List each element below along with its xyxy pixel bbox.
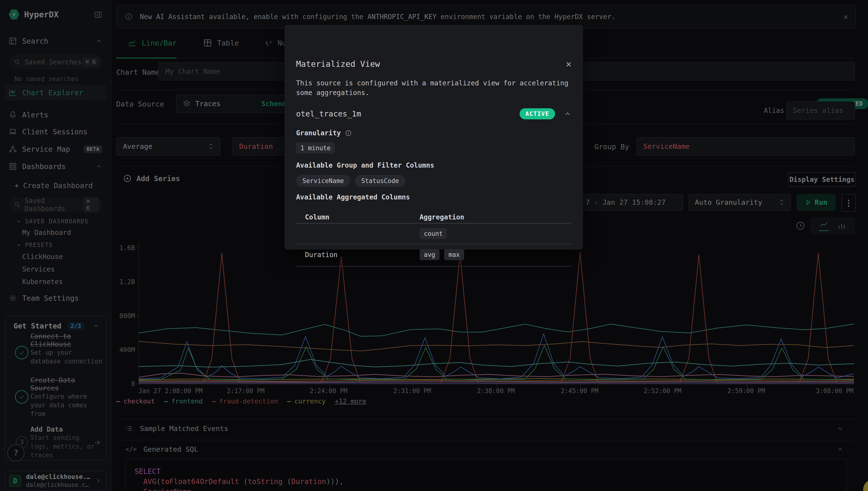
modal-description: This source is configured with a materia… (296, 78, 571, 98)
chevron-up-icon[interactable] (564, 110, 571, 118)
modal-title: Materialized View (296, 59, 571, 69)
materialized-view-modal: Materialized View ✕ This source is confi… (285, 25, 583, 250)
granularity-row: Granularity (296, 129, 571, 137)
aggregated-label: Available Aggregated Columns (296, 193, 571, 201)
table-row: count (296, 224, 571, 244)
aggregation-chip: count (420, 228, 447, 239)
active-badge: ACTIVE (519, 108, 555, 119)
aggregation-chip: avg (420, 249, 440, 260)
hyperdx-app: ⚡ HyperDX Search Saved Searches ⌘ K No s… (0, 0, 868, 491)
group-filter-chips: ServiceName StatusCode (296, 175, 571, 187)
aggregation-chip: max (444, 249, 464, 260)
table-row: Duration avg max (296, 244, 571, 265)
aggregated-table: Column Aggregation count Duration avg ma… (296, 211, 571, 265)
view-row[interactable]: otel_traces_1m ACTIVE (296, 108, 571, 119)
view-name: otel_traces_1m (296, 109, 361, 118)
column-chip: StatusCode (355, 175, 405, 187)
group-filter-label: Available Group and Filter Columns (296, 161, 571, 169)
table-header-aggregation: Aggregation (420, 213, 464, 221)
modal-bottom-divider (296, 266, 571, 266)
table-header-column: Column (305, 213, 329, 221)
info-icon[interactable] (345, 130, 352, 137)
column-chip: ServiceName (296, 175, 350, 187)
modal-close-icon[interactable]: ✕ (566, 59, 571, 69)
granularity-chip: 1 minute (296, 143, 335, 154)
